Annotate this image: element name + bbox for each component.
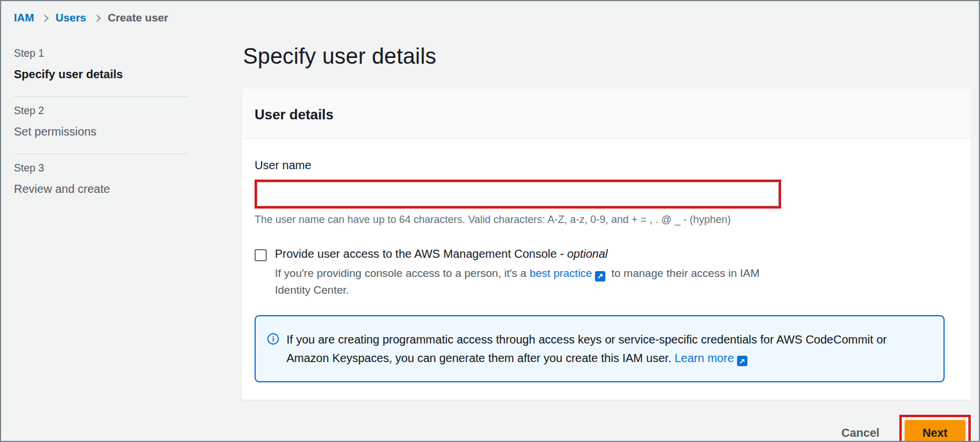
external-link-icon[interactable]: ↗ bbox=[737, 356, 747, 366]
info-icon: i bbox=[267, 333, 279, 345]
console-access-label[interactable]: Provide user access to the AWS Managemen… bbox=[275, 247, 608, 261]
wizard-steps-sidebar: Step 1 Specify user details Step 2 Set p… bbox=[1, 39, 242, 442]
wizard-step-3[interactable]: Step 3 Review and create bbox=[14, 154, 242, 211]
alert-text: If you are creating programmatic access … bbox=[286, 333, 887, 364]
wizard-footer-actions: Cancel Next bbox=[242, 415, 971, 442]
user-name-input[interactable] bbox=[257, 182, 779, 206]
card-header: User details bbox=[242, 89, 971, 139]
user-details-card: User details User name The user name can… bbox=[242, 89, 971, 400]
step-number: Step 2 bbox=[14, 105, 242, 117]
breadcrumb-users-link[interactable]: Users bbox=[56, 12, 86, 24]
content-row: Step 1 Specify user details Step 2 Set p… bbox=[1, 39, 979, 442]
user-name-hint: The user name can have up to 64 characte… bbox=[255, 214, 958, 226]
info-alert-text: If you are creating programmatic access … bbox=[286, 330, 898, 367]
learn-more-link[interactable]: Learn more bbox=[674, 352, 734, 364]
best-practice-link[interactable]: best practice bbox=[529, 267, 592, 279]
breadcrumb: IAM Users Create user bbox=[14, 12, 979, 24]
console-access-label-text: Provide user access to the AWS Managemen… bbox=[275, 247, 567, 260]
wizard-step-1[interactable]: Step 1 Specify user details bbox=[14, 39, 242, 96]
console-access-checkbox[interactable] bbox=[255, 249, 267, 261]
cancel-button[interactable]: Cancel bbox=[841, 426, 880, 440]
chevron-right-icon bbox=[41, 14, 49, 22]
user-name-label: User name bbox=[255, 159, 958, 172]
card-header-title: User details bbox=[255, 107, 333, 122]
next-button[interactable]: Next bbox=[905, 420, 966, 442]
external-link-icon[interactable]: ↗ bbox=[595, 271, 605, 282]
breadcrumb-iam-link[interactable]: IAM bbox=[14, 12, 34, 24]
console-access-help: If you're providing console access to a … bbox=[275, 265, 761, 299]
step-title: Specify user details bbox=[14, 68, 242, 81]
annotation-highlight-next: Next bbox=[899, 415, 971, 442]
wizard-step-2[interactable]: Step 2 Set permissions bbox=[14, 97, 242, 154]
help-text-before: If you're providing console access to a … bbox=[275, 267, 529, 279]
breadcrumb-current-page: Create user bbox=[108, 12, 169, 24]
main-content: Specify user details User details User n… bbox=[242, 39, 971, 442]
chevron-right-icon bbox=[93, 14, 101, 22]
card-body: User name The user name can have up to 6… bbox=[242, 159, 971, 400]
console-access-row: Provide user access to the AWS Managemen… bbox=[255, 247, 958, 261]
step-number: Step 1 bbox=[14, 48, 242, 60]
page-title: Specify user details bbox=[243, 44, 971, 69]
iam-create-user-page: IAM Users Create user Step 1 Specify use… bbox=[0, 0, 980, 442]
optional-text: optional bbox=[567, 247, 608, 260]
programmatic-access-info-alert: i If you are creating programmatic acces… bbox=[255, 315, 945, 382]
annotation-highlight-input bbox=[255, 180, 781, 209]
step-title: Review and create bbox=[14, 182, 242, 196]
step-number: Step 3 bbox=[14, 162, 242, 174]
step-title: Set permissions bbox=[14, 125, 242, 138]
